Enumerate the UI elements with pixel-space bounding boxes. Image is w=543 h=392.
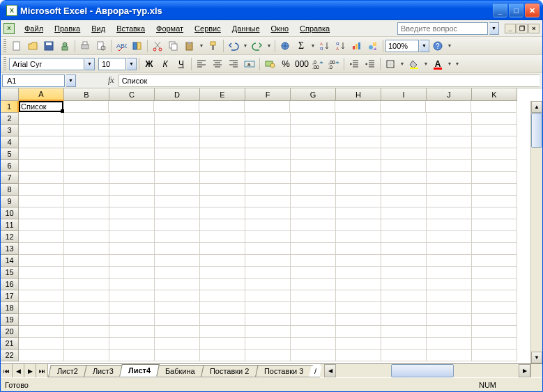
ask-question-input[interactable] [397,22,488,35]
scroll-down-icon[interactable]: ▼ [531,352,542,363]
cell[interactable] [381,219,427,231]
cell[interactable] [200,231,245,243]
cell[interactable] [200,136,245,148]
merge-center-icon[interactable]: a [242,56,257,72]
cell[interactable] [381,338,427,350]
cell[interactable] [155,172,200,184]
cell[interactable] [245,338,291,350]
cell[interactable] [336,255,381,267]
cell[interactable] [427,350,472,361]
titlebar[interactable]: X Microsoft Excel - Аврора-тур.xls _ □ ✕ [1,1,542,20]
menu-format[interactable]: Формат [151,22,189,35]
cell[interactable] [19,326,64,338]
cell[interactable] [19,184,64,196]
cell[interactable] [19,243,64,255]
cell[interactable] [245,113,291,125]
cell[interactable] [64,350,109,361]
toolbar-options-dropdown[interactable]: ▼ [446,43,453,48]
cell[interactable] [19,160,64,172]
sheet-tab[interactable]: Лист3 [84,365,123,377]
cell[interactable] [427,113,472,125]
cut-icon[interactable] [150,38,165,54]
cell[interactable] [427,184,472,196]
menu-file[interactable]: Файл [19,22,49,35]
cell[interactable] [381,196,427,207]
cell[interactable] [336,279,381,290]
fx-icon[interactable]: fx [108,75,114,86]
comma-style-icon[interactable]: 000 [294,56,309,72]
cell[interactable] [427,255,472,267]
cell[interactable] [19,279,64,290]
column-header[interactable]: D [155,88,200,101]
cell[interactable] [291,125,336,136]
cell[interactable] [291,243,336,255]
cell[interactable] [109,255,155,267]
cell[interactable] [336,350,381,361]
cell[interactable]: Список [19,101,63,112]
cell[interactable] [427,314,472,326]
cell[interactable] [19,302,64,314]
cell[interactable] [291,267,336,279]
cell[interactable] [64,196,109,207]
cell[interactable] [472,267,517,279]
percent-icon[interactable]: % [278,56,293,72]
increase-decimal-icon[interactable]: ,0,00 [310,56,326,72]
cell[interactable] [155,314,200,326]
zoom-combo[interactable]: 100% [385,40,419,52]
cell[interactable] [291,172,336,184]
cell[interactable] [245,196,291,207]
print-preview-icon[interactable] [93,38,109,54]
cell[interactable] [381,314,427,326]
cell[interactable] [154,101,199,113]
row-header[interactable]: 10 [1,207,19,219]
cell[interactable] [109,184,155,196]
cell[interactable] [472,279,517,290]
cell[interactable] [245,172,291,184]
cell[interactable] [245,125,291,136]
cell[interactable] [64,243,109,255]
row-header[interactable]: 22 [1,350,19,361]
cell[interactable] [291,350,336,361]
row-header[interactable]: 15 [1,267,19,279]
cell[interactable] [155,267,200,279]
paste-icon[interactable] [182,38,197,54]
cell[interactable] [200,160,245,172]
hyperlink-icon[interactable] [277,38,293,54]
cell[interactable] [200,113,245,125]
cell[interactable] [64,219,109,231]
cell[interactable] [155,196,200,207]
cell[interactable] [336,314,381,326]
sort-asc-icon[interactable]: АЯ [317,38,332,54]
column-header[interactable]: H [336,88,381,101]
cell[interactable] [336,326,381,338]
redo-icon[interactable] [250,38,265,54]
font-name-dropdown[interactable]: ▼ [85,58,95,70]
cell[interactable] [19,148,64,160]
cell[interactable] [200,326,245,338]
cell[interactable] [200,255,245,267]
cell[interactable] [64,136,109,148]
cell[interactable] [291,184,336,196]
formula-input[interactable] [118,75,540,87]
cell[interactable] [155,160,200,172]
cell[interactable] [245,290,291,302]
cell[interactable] [200,207,245,219]
cell[interactable] [336,231,381,243]
cell[interactable] [472,326,517,338]
cell[interactable] [64,172,109,184]
bold-button[interactable]: Ж [142,56,157,72]
row-header[interactable]: 14 [1,255,19,267]
cell[interactable] [290,101,335,113]
cell[interactable] [381,125,427,136]
cell[interactable] [427,279,472,290]
cell[interactable] [245,231,291,243]
minimize-button[interactable]: _ [493,3,507,17]
cell[interactable] [381,172,427,184]
decrease-indent-icon[interactable] [346,56,362,72]
cell[interactable] [109,136,155,148]
cell[interactable] [200,302,245,314]
cell[interactable] [245,243,291,255]
cell[interactable] [64,338,109,350]
cell[interactable] [427,207,472,219]
toolbar-options-dropdown[interactable]: ▼ [454,61,461,66]
